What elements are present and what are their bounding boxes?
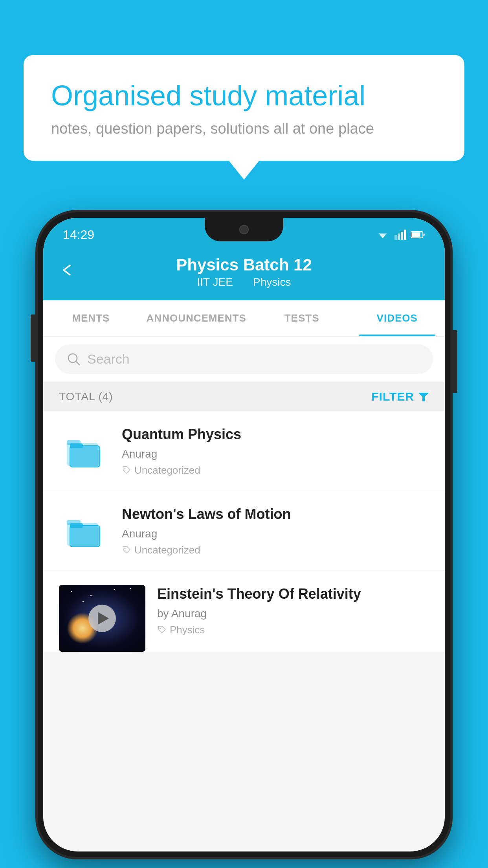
list-item[interactable]: Newton's Laws of Motion Anurag Uncategor…	[43, 491, 445, 571]
signal-icon	[394, 230, 406, 240]
bubble-subtitle: notes, question papers, solutions all at…	[51, 120, 437, 137]
status-time: 14:29	[63, 228, 94, 242]
svg-rect-2	[401, 232, 403, 240]
phone-outer-frame: 14:29	[38, 212, 450, 857]
svg-rect-0	[394, 235, 397, 240]
item-tag: Uncategorized	[122, 464, 429, 476]
svg-rect-3	[404, 230, 406, 240]
phone-screen: 14:29	[43, 218, 445, 851]
app-header: Physics Batch 12 IIT JEE Physics	[43, 248, 445, 300]
video-thumbnail	[59, 585, 145, 652]
camera-dot	[239, 225, 249, 234]
star-decoration	[130, 588, 131, 589]
header-subtitle-part1: IIT JEE	[197, 276, 233, 288]
bubble-title: Organised study material	[51, 79, 437, 112]
wifi-icon	[376, 230, 390, 240]
item-tag: Physics	[157, 624, 429, 636]
svg-rect-5	[412, 232, 420, 237]
phone-notch	[205, 218, 283, 241]
play-button[interactable]	[88, 605, 116, 632]
search-container: Search	[43, 337, 445, 382]
header-subtitle-part2: Physics	[253, 276, 291, 288]
svg-point-19	[125, 548, 126, 549]
phone-mockup: 14:29	[38, 212, 450, 857]
svg-rect-6	[423, 234, 425, 236]
tabs-bar: MENTS ANNOUNCEMENTS TESTS VIDEOS	[43, 300, 445, 337]
star-decoration	[71, 591, 72, 592]
item-title: Einstein's Theory Of Relativity	[157, 585, 429, 603]
item-info: Einstein's Theory Of Relativity by Anura…	[157, 585, 429, 636]
item-tag-text: Uncategorized	[134, 464, 200, 476]
svg-rect-16	[70, 526, 100, 547]
total-count: TOTAL (4)	[59, 390, 113, 403]
header-subtitle: IIT JEE Physics	[176, 276, 312, 289]
folder-icon	[63, 429, 106, 473]
item-author: Anurag	[122, 448, 429, 460]
tag-icon	[122, 545, 131, 555]
item-tag-text: Physics	[170, 624, 205, 636]
speech-bubble-section: Organised study material notes, question…	[24, 55, 464, 161]
play-triangle-icon	[98, 612, 109, 625]
header-title: Physics Batch 12	[176, 256, 312, 274]
item-tag-text: Uncategorized	[134, 544, 200, 556]
tag-icon	[122, 465, 131, 475]
item-title: Newton's Laws of Motion	[122, 505, 429, 524]
tab-ments[interactable]: MENTS	[43, 300, 139, 336]
tag-icon	[157, 625, 167, 634]
item-author: Anurag	[122, 528, 429, 540]
video-list: Quantum Physics Anurag Uncategorized	[43, 411, 445, 652]
filter-bar: TOTAL (4) FILTER	[43, 382, 445, 411]
search-icon	[67, 352, 81, 366]
svg-point-20	[160, 628, 161, 629]
list-item[interactable]: Einstein's Theory Of Relativity by Anura…	[43, 571, 445, 652]
item-tag: Uncategorized	[122, 544, 429, 556]
status-icons	[376, 230, 425, 240]
folder-icon	[63, 509, 106, 552]
svg-rect-1	[398, 234, 400, 240]
item-info: Quantum Physics Anurag Uncategorized	[122, 425, 429, 476]
battery-icon	[411, 231, 425, 239]
item-author: by Anurag	[157, 607, 429, 620]
item-thumbnail	[59, 505, 110, 556]
svg-point-13	[125, 468, 126, 469]
tab-tests[interactable]: TESTS	[254, 300, 350, 336]
header-title-group: Physics Batch 12 IIT JEE Physics	[176, 256, 312, 289]
item-info: Newton's Laws of Motion Anurag Uncategor…	[122, 505, 429, 556]
item-title: Quantum Physics	[122, 425, 429, 444]
back-button[interactable]	[59, 262, 75, 282]
tab-announcements[interactable]: ANNOUNCEMENTS	[139, 300, 254, 336]
search-input-wrapper[interactable]: Search	[55, 344, 433, 374]
list-item[interactable]: Quantum Physics Anurag Uncategorized	[43, 411, 445, 491]
star-decoration	[90, 595, 92, 596]
star-decoration	[83, 601, 84, 602]
tab-videos[interactable]: VIDEOS	[349, 300, 445, 336]
filter-button[interactable]: FILTER	[371, 390, 429, 403]
speech-bubble-card: Organised study material notes, question…	[24, 55, 464, 161]
star-decoration	[114, 589, 115, 590]
svg-rect-10	[70, 446, 100, 467]
search-placeholder: Search	[87, 351, 130, 367]
item-thumbnail	[59, 425, 110, 476]
filter-label: FILTER	[371, 390, 414, 403]
filter-icon	[418, 391, 429, 402]
